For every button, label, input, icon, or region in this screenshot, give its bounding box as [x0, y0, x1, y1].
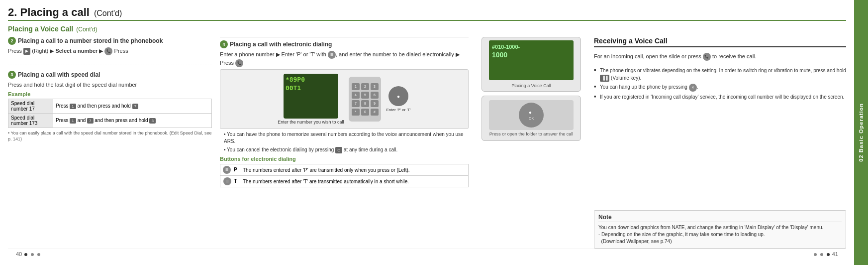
subsection4-intro: Enter a phone number ▶ Enter 'P' or 'T' … [220, 50, 469, 67]
key-row1-2: 2 [361, 83, 369, 90]
key-0: 0 [361, 109, 369, 116]
note-title: Note [598, 214, 842, 222]
key-1b: 1 [70, 118, 76, 124]
key-star: * [352, 109, 360, 116]
side-tab: 02 Basic Operation [854, 0, 868, 265]
send-btn: 📞 [235, 59, 243, 67]
subsection-speed-dial: 3 Placing a call with speed dial Press a… [8, 71, 212, 142]
dot6 [827, 253, 830, 256]
table-row: ☰ P The numbers entered after 'P' are tr… [220, 164, 469, 176]
key-7: 7 [132, 104, 138, 109]
phone-body: ●OK [489, 100, 574, 130]
subsection3-step: Press and hold the last digit of the spe… [8, 81, 212, 89]
right-btn: ▶ [23, 48, 30, 55]
side-tab-label: 02 Basic Operation [858, 103, 864, 162]
dot3 [37, 253, 40, 256]
subsection3-title: Placing a call with speed dial [18, 71, 100, 78]
subsection2-title: Placing a call to a number stored in the… [18, 37, 163, 44]
key-row3-2: 8 [361, 100, 369, 107]
menu-btn: ☰ [328, 51, 336, 59]
nav-button: ● [388, 86, 408, 106]
row1-value: Press 1 and then press and hold 7 [53, 99, 212, 113]
subsection2-step: Press ▶ (Right) ▶ Select a number ▶ 📞 Pr… [8, 47, 212, 55]
key-row2-1: 4 [352, 92, 360, 99]
example-title: Example [8, 91, 212, 97]
subsection4-title: Placing a call with electronic dialing [230, 41, 332, 48]
p-btn-cell: ☰ P [220, 164, 240, 176]
receiving-bullet-1: The phone rings or vibrates depending on… [594, 67, 846, 82]
key-row2-2: 5 [361, 92, 369, 99]
dot5 [820, 253, 823, 256]
t-desc: The numbers entered after 'T' are transm… [240, 176, 469, 187]
enter-number-label: Enter the number you wish to call [278, 120, 344, 125]
dot4 [814, 253, 817, 256]
subsection-phonebook: 2 Placing a call to a number stored in t… [8, 37, 212, 57]
key-row1-1: 1 [352, 83, 360, 90]
t-label: T [234, 178, 237, 184]
buttons-table: ☰ P The numbers entered after 'P' are tr… [220, 164, 469, 187]
bullet-1: You can have the phone to memorize sever… [220, 131, 469, 145]
enter-pt-label: Enter 'P' or 'T' [386, 108, 410, 112]
receiving-section: Receiving a Voice Call For an incoming c… [594, 37, 846, 249]
note-box: Note You can download graphics from NATE… [594, 210, 846, 249]
page-num-left: 40 [16, 251, 41, 257]
page-num-right: 41 [813, 251, 838, 257]
subsection-electronic-dialing: 4 Placing a call with electronic dialing… [220, 37, 469, 187]
phone-display-area: *89P000T1 Enter the number you wish to c… [220, 69, 469, 129]
receive-btn: 📞 [703, 53, 711, 61]
p-label: P [234, 167, 237, 172]
example-table: Speed dial number 17 Press 1 and then pr… [8, 99, 212, 128]
table-row: ☰ T The numbers entered after 'T' are tr… [220, 176, 469, 187]
hangup-btn: ✕ [689, 84, 697, 92]
key-hash: # [371, 109, 379, 116]
circle-4: 4 [220, 40, 228, 48]
dot2 [31, 253, 34, 256]
receiving-bullet-3: If you are registered in 'Incoming call … [594, 93, 846, 101]
row2-value: Press 1 and 7 and then press and hold 3 [53, 113, 212, 128]
row2-label: Speed dial number 173 [8, 113, 53, 128]
cancel-btn: C [335, 147, 342, 153]
key-7b: 7 [87, 118, 93, 124]
phone-screen-display: #010-1000- 1000 [489, 40, 574, 80]
circle-2: 2 [8, 37, 16, 45]
circle-3: 3 [8, 71, 16, 79]
key-3: 3 [149, 118, 155, 124]
phone-keypad: 1 2 3 4 5 6 7 8 [349, 77, 381, 122]
key-row1-3: 3 [371, 83, 379, 90]
phone-image1-label: Placing a Voice Call [511, 83, 551, 88]
receiving-intro: For an incoming call, open the slide or … [594, 52, 846, 61]
dot1 [24, 253, 27, 256]
row1-label: Speed dial number 17 [8, 99, 53, 113]
call-btn: 📞 [104, 47, 112, 55]
phone-screen: *89P000T1 [284, 74, 338, 119]
receiving-title: Receiving a Voice Call [594, 37, 846, 47]
subsection3-note: • You can easily place a call with the s… [8, 130, 212, 142]
section-title: Placing a Voice Call [8, 25, 73, 33]
p-icon: ☰ [223, 166, 231, 174]
buttons-section-title: Buttons for electronic dialing [220, 156, 469, 162]
volume-btn: ▐▐ [600, 75, 609, 82]
electronic-bullets: You can have the phone to memorize sever… [220, 131, 469, 153]
bullet-2: You can cancel the electronic dialing by… [220, 146, 469, 153]
t-icon: ☰ [223, 177, 231, 185]
phone-image-column: #010-1000- 1000 Placing a Voice Call ●OK… [477, 37, 586, 249]
phone-image-1: #010-1000- 1000 Placing a Voice Call [482, 37, 581, 92]
key-row3-1: 7 [352, 100, 360, 107]
key-1: 1 [70, 104, 76, 109]
note-text: You can download graphics from NATE, and… [598, 224, 842, 245]
table-row: Speed dial number 173 Press 1 and 7 and … [8, 113, 212, 128]
phone-nav: ●OK [519, 103, 544, 128]
page-footer: 40 41 [8, 249, 846, 259]
phone-image2-label: Press or open the folder to answer the c… [489, 132, 574, 137]
table-row: Speed dial number 17 Press 1 and then pr… [8, 99, 212, 113]
key-row3-3: 9 [371, 100, 379, 107]
receiving-bullet-2: You can hang up the phone by pressing ✕. [594, 83, 846, 91]
phone-image-2: ●OK Press or open the folder to answer t… [482, 96, 581, 141]
key-row2-3: 6 [371, 92, 379, 99]
page-title: 2. Placing a call (Cont'd) [8, 6, 846, 19]
receiving-bullets: The phone rings or vibrates depending on… [594, 67, 846, 102]
p-desc: The numbers entered after 'P' are transm… [240, 164, 469, 176]
t-btn-cell: ☰ T [220, 176, 240, 187]
section-cont: (Cont'd) [76, 26, 97, 33]
